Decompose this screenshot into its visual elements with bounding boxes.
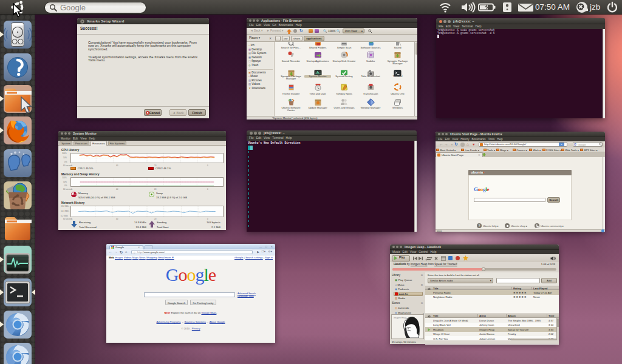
- svg-text:Imogen Heap: Imogen Heap: [394, 317, 406, 319]
